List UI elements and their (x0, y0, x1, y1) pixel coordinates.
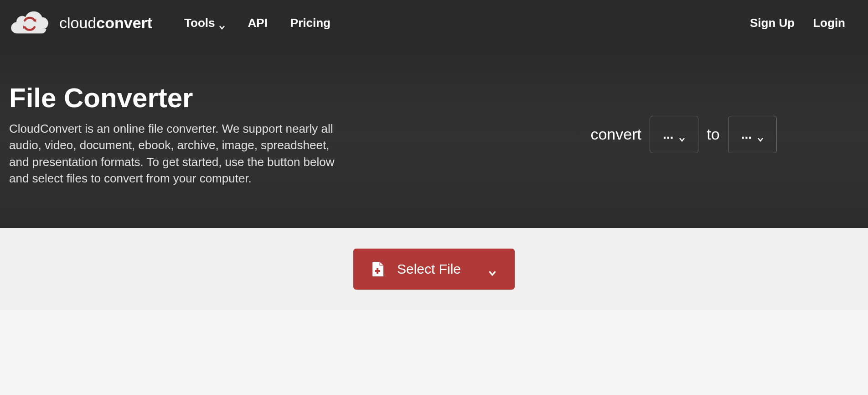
chevron-down-icon (488, 265, 496, 273)
convert-label: convert (590, 125, 641, 143)
chevron-down-icon (757, 131, 764, 138)
hero-text: File Converter CloudConvert is an online… (9, 82, 346, 187)
chevron-down-icon (219, 20, 225, 26)
select-file-button[interactable]: Select File (353, 249, 515, 290)
page-title: File Converter (9, 82, 346, 114)
convert-selector-row: convert ... to ... (590, 116, 859, 153)
nav-tools-label: Tools (184, 16, 215, 30)
file-plus-icon (372, 262, 383, 276)
nav-right: Sign Up Login (750, 16, 859, 30)
nav-login[interactable]: Login (813, 16, 845, 30)
to-format-value: ... (741, 127, 752, 142)
nav-pricing[interactable]: Pricing (290, 16, 331, 30)
nav-tools[interactable]: Tools (184, 16, 225, 30)
from-format-selector[interactable]: ... (650, 116, 698, 153)
to-format-selector[interactable]: ... (728, 116, 777, 153)
select-file-label: Select File (397, 261, 461, 277)
brand-name: cloudconvert (59, 14, 152, 32)
main-content: Select File (0, 228, 868, 310)
hero-section: File Converter CloudConvert is an online… (0, 46, 868, 228)
nav-pricing-label: Pricing (290, 16, 331, 30)
from-format-value: ... (663, 127, 673, 142)
nav-signup-label: Sign Up (750, 16, 795, 30)
svg-rect-1 (375, 270, 380, 272)
nav-signup[interactable]: Sign Up (750, 16, 795, 30)
page-description: CloudConvert is an online file converter… (9, 120, 346, 187)
logo[interactable]: cloudconvert (9, 10, 152, 36)
nav-api-label: API (248, 16, 268, 30)
cloud-logo-icon (9, 10, 50, 36)
nav-login-label: Login (813, 16, 845, 30)
nav-links: Tools API Pricing (184, 16, 331, 30)
chevron-down-icon (679, 131, 685, 138)
header: cloudconvert Tools API Pricing Sign Up L… (0, 0, 868, 46)
to-label: to (707, 125, 719, 143)
nav-api[interactable]: API (248, 16, 268, 30)
